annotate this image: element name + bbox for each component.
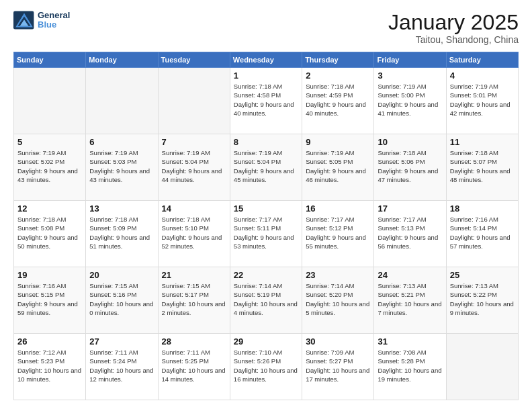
calendar-cell: 10 Sunrise: 7:18 AM Sunset: 5:06 PM Dayl… (374, 134, 446, 201)
day-number: 11 (450, 137, 515, 147)
day-detail: Sunrise: 7:13 AM Sunset: 5:21 PM Dayligh… (378, 281, 442, 317)
week-row-3: 12 Sunrise: 7:18 AM Sunset: 5:08 PM Dayl… (14, 201, 519, 267)
calendar-cell: 25 Sunrise: 7:13 AM Sunset: 5:22 PM Dayl… (446, 267, 518, 334)
calendar-cell: 6 Sunrise: 7:19 AM Sunset: 5:03 PM Dayli… (86, 134, 158, 201)
calendar-cell: 24 Sunrise: 7:13 AM Sunset: 5:21 PM Dayl… (374, 267, 446, 334)
day-detail: Sunrise: 7:18 AM Sunset: 5:06 PM Dayligh… (378, 148, 442, 184)
calendar-cell: 27 Sunrise: 7:11 AM Sunset: 5:24 PM Dayl… (86, 334, 158, 400)
header: General Blue January 2025 Taitou, Shando… (13, 11, 519, 45)
day-detail: Sunrise: 7:18 AM Sunset: 4:58 PM Dayligh… (234, 82, 298, 118)
day-detail: Sunrise: 7:17 AM Sunset: 5:12 PM Dayligh… (306, 215, 370, 250)
day-detail: Sunrise: 7:17 AM Sunset: 5:13 PM Dayligh… (378, 215, 442, 250)
day-detail: Sunrise: 7:18 AM Sunset: 5:08 PM Dayligh… (17, 215, 82, 250)
week-row-2: 5 Sunrise: 7:19 AM Sunset: 5:02 PM Dayli… (14, 134, 519, 201)
header-tuesday: Tuesday (158, 52, 230, 68)
day-number: 26 (17, 336, 82, 347)
calendar-cell: 18 Sunrise: 7:16 AM Sunset: 5:14 PM Dayl… (446, 201, 518, 267)
day-detail: Sunrise: 7:15 AM Sunset: 5:16 PM Dayligh… (89, 281, 154, 317)
day-number: 17 (378, 203, 442, 214)
day-detail: Sunrise: 7:19 AM Sunset: 5:04 PM Dayligh… (234, 148, 298, 184)
day-number: 10 (378, 137, 442, 147)
day-detail: Sunrise: 7:19 AM Sunset: 5:01 PM Dayligh… (450, 82, 515, 118)
calendar-cell: 2 Sunrise: 7:18 AM Sunset: 4:59 PM Dayli… (302, 68, 374, 134)
day-number: 21 (162, 270, 226, 280)
calendar-cell: 19 Sunrise: 7:16 AM Sunset: 5:15 PM Dayl… (14, 267, 86, 334)
day-detail: Sunrise: 7:16 AM Sunset: 5:15 PM Dayligh… (17, 281, 82, 317)
day-number: 19 (17, 270, 82, 280)
day-detail: Sunrise: 7:19 AM Sunset: 5:03 PM Dayligh… (89, 148, 154, 184)
calendar-cell (446, 334, 518, 400)
day-detail: Sunrise: 7:19 AM Sunset: 5:05 PM Dayligh… (306, 148, 370, 184)
day-number: 30 (306, 336, 370, 347)
day-number: 1 (234, 71, 298, 81)
day-detail: Sunrise: 7:14 AM Sunset: 5:20 PM Dayligh… (306, 281, 370, 317)
day-detail: Sunrise: 7:18 AM Sunset: 5:10 PM Dayligh… (162, 215, 226, 250)
day-number: 14 (162, 203, 226, 214)
day-number: 15 (234, 203, 298, 214)
calendar-cell: 9 Sunrise: 7:19 AM Sunset: 5:05 PM Dayli… (302, 134, 374, 201)
day-header-row: Sunday Monday Tuesday Wednesday Thursday… (14, 52, 519, 68)
day-number: 28 (162, 336, 226, 347)
calendar-cell: 11 Sunrise: 7:18 AM Sunset: 5:07 PM Dayl… (446, 134, 518, 201)
calendar-cell (86, 68, 158, 134)
day-detail: Sunrise: 7:17 AM Sunset: 5:11 PM Dayligh… (234, 215, 298, 250)
day-detail: Sunrise: 7:08 AM Sunset: 5:28 PM Dayligh… (378, 348, 442, 383)
page: General Blue January 2025 Taitou, Shando… (0, 0, 532, 411)
calendar-cell: 29 Sunrise: 7:10 AM Sunset: 5:26 PM Dayl… (230, 334, 302, 400)
day-detail: Sunrise: 7:19 AM Sunset: 5:00 PM Dayligh… (378, 82, 442, 118)
calendar-cell: 26 Sunrise: 7:12 AM Sunset: 5:23 PM Dayl… (14, 334, 86, 400)
day-detail: Sunrise: 7:09 AM Sunset: 5:27 PM Dayligh… (306, 348, 370, 383)
calendar-cell: 22 Sunrise: 7:14 AM Sunset: 5:19 PM Dayl… (230, 267, 302, 334)
header-wednesday: Wednesday (230, 52, 302, 68)
header-monday: Monday (86, 52, 158, 68)
day-number: 18 (450, 203, 515, 214)
day-number: 23 (306, 270, 370, 280)
calendar-cell: 7 Sunrise: 7:19 AM Sunset: 5:04 PM Dayli… (158, 134, 230, 201)
calendar-cell: 3 Sunrise: 7:19 AM Sunset: 5:00 PM Dayli… (374, 68, 446, 134)
day-detail: Sunrise: 7:12 AM Sunset: 5:23 PM Dayligh… (17, 348, 82, 383)
calendar-cell: 4 Sunrise: 7:19 AM Sunset: 5:01 PM Dayli… (446, 68, 518, 134)
day-number: 8 (234, 137, 298, 147)
day-number: 25 (450, 270, 515, 280)
logo: General Blue (13, 11, 70, 30)
day-number: 5 (17, 137, 82, 147)
header-thursday: Thursday (302, 52, 374, 68)
calendar-cell: 28 Sunrise: 7:11 AM Sunset: 5:25 PM Dayl… (158, 334, 230, 400)
calendar-cell: 5 Sunrise: 7:19 AM Sunset: 5:02 PM Dayli… (14, 134, 86, 201)
day-detail: Sunrise: 7:15 AM Sunset: 5:17 PM Dayligh… (162, 281, 226, 317)
day-number: 7 (162, 137, 226, 147)
calendar-cell: 15 Sunrise: 7:17 AM Sunset: 5:11 PM Dayl… (230, 201, 302, 267)
week-row-1: 1 Sunrise: 7:18 AM Sunset: 4:58 PM Dayli… (14, 68, 519, 134)
day-number: 9 (306, 137, 370, 147)
header-friday: Friday (374, 52, 446, 68)
logo-icon (13, 11, 35, 30)
day-number: 6 (89, 137, 154, 147)
calendar-cell: 30 Sunrise: 7:09 AM Sunset: 5:27 PM Dayl… (302, 334, 374, 400)
calendar-cell: 20 Sunrise: 7:15 AM Sunset: 5:16 PM Dayl… (86, 267, 158, 334)
calendar-cell: 14 Sunrise: 7:18 AM Sunset: 5:10 PM Dayl… (158, 201, 230, 267)
calendar-cell (158, 68, 230, 134)
header-saturday: Saturday (446, 52, 518, 68)
day-number: 24 (378, 270, 442, 280)
day-detail: Sunrise: 7:11 AM Sunset: 5:25 PM Dayligh… (162, 348, 226, 383)
header-sunday: Sunday (14, 52, 86, 68)
calendar-cell: 16 Sunrise: 7:17 AM Sunset: 5:12 PM Dayl… (302, 201, 374, 267)
day-number: 16 (306, 203, 370, 214)
day-number: 3 (378, 71, 442, 81)
calendar-cell: 13 Sunrise: 7:18 AM Sunset: 5:09 PM Dayl… (86, 201, 158, 267)
calendar-table: Sunday Monday Tuesday Wednesday Thursday… (13, 52, 519, 400)
calendar-cell: 21 Sunrise: 7:15 AM Sunset: 5:17 PM Dayl… (158, 267, 230, 334)
day-detail: Sunrise: 7:18 AM Sunset: 5:07 PM Dayligh… (450, 148, 515, 184)
day-number: 22 (234, 270, 298, 280)
day-detail: Sunrise: 7:10 AM Sunset: 5:26 PM Dayligh… (234, 348, 298, 383)
day-detail: Sunrise: 7:16 AM Sunset: 5:14 PM Dayligh… (450, 215, 515, 250)
day-number: 27 (89, 336, 154, 347)
logo-text: General Blue (38, 11, 70, 30)
day-detail: Sunrise: 7:13 AM Sunset: 5:22 PM Dayligh… (450, 281, 515, 317)
week-row-4: 19 Sunrise: 7:16 AM Sunset: 5:15 PM Dayl… (14, 267, 519, 334)
day-detail: Sunrise: 7:18 AM Sunset: 4:59 PM Dayligh… (306, 82, 370, 118)
week-row-5: 26 Sunrise: 7:12 AM Sunset: 5:23 PM Dayl… (14, 334, 519, 400)
day-detail: Sunrise: 7:11 AM Sunset: 5:24 PM Dayligh… (89, 348, 154, 383)
day-detail: Sunrise: 7:19 AM Sunset: 5:04 PM Dayligh… (162, 148, 226, 184)
day-number: 31 (378, 336, 442, 347)
